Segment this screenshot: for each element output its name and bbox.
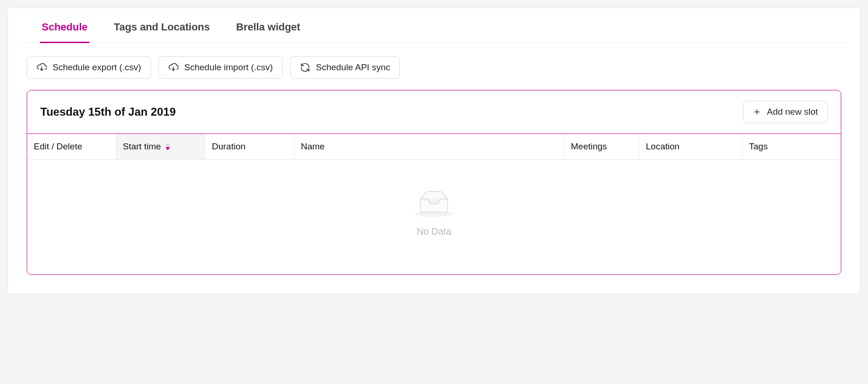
plus-icon bbox=[753, 108, 761, 116]
empty-state: No Data bbox=[27, 160, 841, 274]
sync-icon bbox=[300, 62, 310, 73]
toolbar: Schedule export (.csv) Schedule import (… bbox=[8, 43, 860, 79]
tab-brella-widget[interactable]: Brella widget bbox=[234, 8, 302, 43]
sort-indicator bbox=[165, 143, 170, 150]
day-header: Tuesday 15th of Jan 2019 Add new slot bbox=[27, 90, 841, 133]
day-title: Tuesday 15th of Jan 2019 bbox=[40, 105, 176, 118]
export-csv-label: Schedule export (.csv) bbox=[52, 62, 141, 73]
add-new-slot-label: Add new slot bbox=[767, 107, 818, 117]
schedule-card: Schedule Tags and Locations Brella widge… bbox=[7, 7, 861, 294]
svg-marker-0 bbox=[165, 143, 170, 146]
sort-up-icon bbox=[165, 143, 170, 146]
sort-down-icon bbox=[165, 147, 170, 150]
col-header-duration[interactable]: Duration bbox=[205, 134, 294, 159]
empty-state-label: No Data bbox=[417, 226, 451, 237]
tab-schedule[interactable]: Schedule bbox=[40, 8, 90, 43]
col-header-name[interactable]: Name bbox=[294, 134, 564, 159]
col-header-edit-delete[interactable]: Edit / Delete bbox=[27, 134, 116, 159]
export-csv-button[interactable]: Schedule export (.csv) bbox=[27, 56, 151, 79]
api-sync-button[interactable]: Schedule API sync bbox=[290, 56, 400, 79]
cloud-download-icon bbox=[37, 62, 47, 73]
col-header-location[interactable]: Location bbox=[639, 134, 742, 159]
col-header-tags[interactable]: Tags bbox=[742, 134, 841, 159]
add-new-slot-button[interactable]: Add new slot bbox=[743, 101, 828, 123]
import-csv-label: Schedule import (.csv) bbox=[184, 62, 273, 73]
table-header-row: Edit / Delete Start time Duration Name M… bbox=[27, 133, 841, 160]
col-header-meetings[interactable]: Meetings bbox=[564, 134, 639, 159]
day-panel: Tuesday 15th of Jan 2019 Add new slot Ed… bbox=[27, 90, 841, 275]
import-csv-button[interactable]: Schedule import (.csv) bbox=[158, 56, 283, 79]
api-sync-label: Schedule API sync bbox=[316, 62, 390, 73]
empty-inbox-icon bbox=[414, 188, 454, 218]
tab-bar: Schedule Tags and Locations Brella widge… bbox=[21, 8, 847, 43]
cloud-download-icon bbox=[168, 62, 179, 73]
tab-tags-locations[interactable]: Tags and Locations bbox=[112, 8, 212, 43]
col-header-start-time-label: Start time bbox=[123, 141, 161, 152]
col-header-start-time[interactable]: Start time bbox=[116, 134, 205, 159]
svg-marker-1 bbox=[165, 147, 170, 150]
